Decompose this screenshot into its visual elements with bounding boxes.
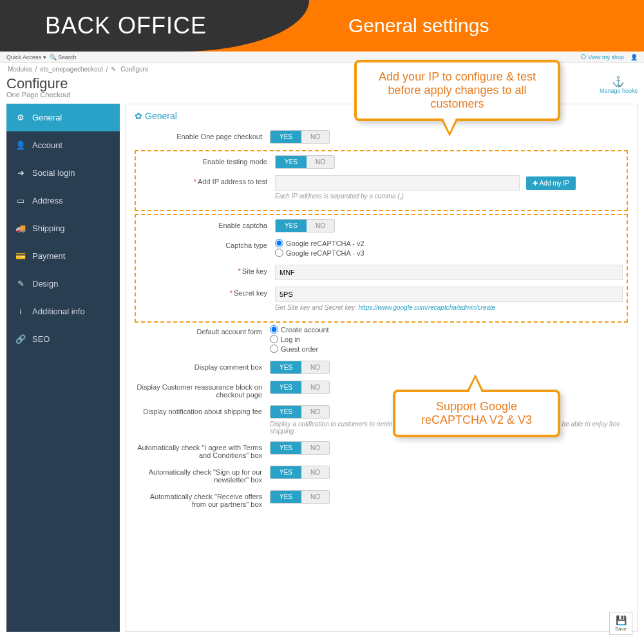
testing-section-highlight: Enable testing mode YESNO *Add IP addres…: [135, 150, 628, 211]
sidebar-item-shipping[interactable]: 🚚Shipping: [6, 214, 120, 242]
label-enable-testing: Enable testing mode: [140, 155, 275, 166]
page-title: Configure: [6, 75, 70, 92]
input-site-key[interactable]: [275, 265, 623, 280]
sidebar-item-additional-info[interactable]: iAdditional info: [6, 298, 120, 325]
sidebar-item-general[interactable]: ⚙General: [6, 104, 120, 131]
callout-recaptcha: Support Google reCAPTCHA V2 & V3: [393, 390, 560, 437]
toggle-display-comment[interactable]: YESNO: [270, 361, 330, 374]
label-add-ip: *Add IP address to test: [140, 175, 275, 185]
help-captcha: Get Site key and Secret key: https://www…: [275, 304, 623, 311]
radio-captcha-v2[interactable]: Google reCAPTCHA - v2: [275, 239, 623, 247]
link-icon: 🔗: [15, 334, 26, 344]
save-button[interactable]: 💾Save: [609, 612, 632, 635]
manage-hooks-button[interactable]: ⚓Manage hooks: [600, 75, 638, 94]
user-icon: 👤: [15, 140, 26, 150]
label-default-form: Default account form: [135, 325, 270, 336]
label-display-notification: Display notification about shipping fee: [135, 405, 270, 415]
back-office-label: BACK OFFICE: [45, 12, 207, 39]
user-avatar-icon[interactable]: 👤: [630, 54, 638, 61]
crumb-module[interactable]: ets_onepagecheckout: [40, 66, 103, 73]
label-auto-newsletter: Automatically check "Sign up for our new…: [135, 466, 270, 484]
input-ip-addresses[interactable]: [275, 175, 520, 191]
info-icon: i: [15, 307, 26, 316]
gear-icon: ✿: [135, 111, 142, 121]
radio-captcha-v3[interactable]: Google reCAPTCHA - v3: [275, 249, 623, 257]
callout-ip-testing: Add your IP to configure & test before a…: [354, 60, 560, 121]
label-display-comment: Display comment box: [135, 361, 270, 371]
input-secret-key[interactable]: [275, 287, 623, 302]
login-icon: ➜: [15, 168, 26, 178]
radio-log-in[interactable]: Log in: [270, 335, 628, 343]
toggle-enable-captcha[interactable]: YESNO: [275, 219, 335, 232]
label-captcha-type: Captcha type: [140, 239, 275, 249]
label-enable-captcha: Enable captcha: [140, 219, 275, 229]
captcha-section-highlight: Enable captcha YESNO Captcha type Google…: [135, 214, 628, 323]
radio-guest-order[interactable]: Guest order: [270, 345, 628, 353]
label-enable-opc: Enable One page checkout: [135, 130, 270, 140]
save-icon: 💾: [616, 615, 627, 625]
sidebar-item-account[interactable]: 👤Account: [6, 131, 120, 159]
sidebar: ⚙General 👤Account ➜Social login ▭Address…: [6, 104, 120, 632]
label-secret-key: *Secret key: [140, 287, 275, 297]
toggle-auto-offers[interactable]: YESNO: [270, 490, 330, 504]
top-banner: BACK OFFICE General settings: [0, 0, 644, 52]
sidebar-item-design[interactable]: ✎Design: [6, 270, 120, 298]
add-my-ip-button[interactable]: ✚ Add my IP: [526, 176, 575, 190]
general-panel: ✿General Enable One page checkout YESNO …: [125, 104, 638, 632]
page-subtitle: One Page Checkout: [6, 91, 70, 99]
eye-icon: [581, 54, 586, 59]
crumb-modules[interactable]: Modules: [8, 66, 32, 73]
view-my-shop-link[interactable]: View my shop: [581, 54, 624, 61]
toggle-auto-newsletter[interactable]: YESNO: [270, 466, 330, 479]
toggle-enable-opc[interactable]: YESNO: [270, 130, 330, 144]
captcha-admin-link[interactable]: https://www.google.com/recaptcha/admin/c…: [359, 304, 496, 311]
label-auto-offers: Automatically check "Receive offers from…: [135, 490, 270, 508]
gear-icon: ⚙: [15, 113, 26, 122]
toggle-enable-testing[interactable]: YESNO: [275, 155, 335, 169]
banner-title: General settings: [348, 15, 489, 37]
toggle-display-reassurance[interactable]: YESNO: [270, 381, 330, 394]
label-display-reassurance: Display Customer reassurance block on ch…: [135, 381, 270, 399]
quick-access[interactable]: Quick Access ▾ 🔍 Search: [6, 54, 77, 61]
sidebar-item-seo[interactable]: 🔗SEO: [6, 325, 120, 353]
help-ip: Each IP address is separated by a comma …: [275, 193, 623, 200]
toggle-display-notification[interactable]: YESNO: [270, 405, 330, 419]
truck-icon: 🚚: [15, 223, 26, 233]
sidebar-item-social-login[interactable]: ➜Social login: [6, 159, 120, 187]
address-icon: ▭: [15, 196, 26, 205]
sidebar-item-address[interactable]: ▭Address: [6, 187, 120, 214]
sidebar-item-payment[interactable]: 💳Payment: [6, 242, 120, 270]
crumb-configure: Configure: [120, 66, 148, 73]
brush-icon: ✎: [15, 279, 26, 289]
label-auto-terms: Automatically check "I agree with Terms …: [135, 441, 270, 459]
radio-create-account[interactable]: Create account: [270, 325, 628, 334]
card-icon: 💳: [15, 251, 26, 261]
toggle-auto-terms[interactable]: YESNO: [270, 441, 330, 455]
anchor-icon: ⚓: [600, 75, 638, 88]
label-site-key: *Site key: [140, 265, 275, 275]
